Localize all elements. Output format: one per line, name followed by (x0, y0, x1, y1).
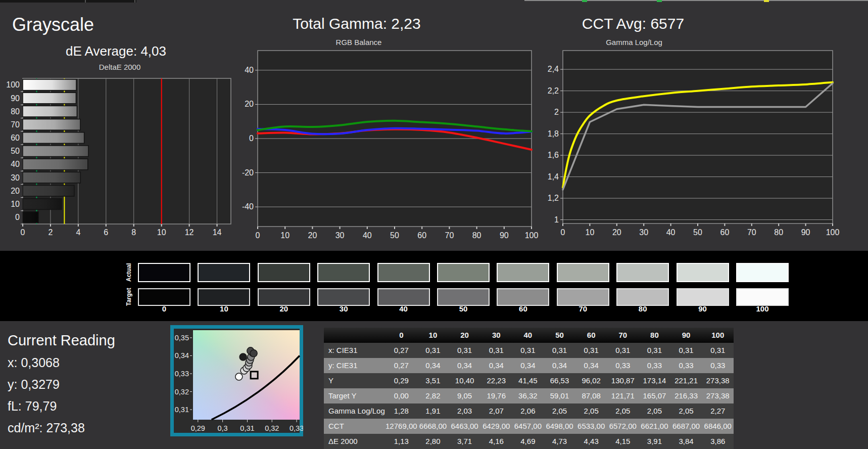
actual-swatch-100 (736, 263, 789, 282)
table-cell: 0,33 (639, 358, 670, 373)
table-cell: 1,13 (385, 434, 417, 449)
svg-text:20: 20 (308, 231, 317, 240)
actual-swatch-90 (677, 263, 729, 282)
swatch-level-label: 100 (736, 304, 789, 313)
svg-text:30: 30 (11, 173, 20, 182)
table-cell: 2,82 (417, 388, 449, 403)
table-cell: 0,34 (575, 358, 607, 373)
table-cell: 6687,00 (670, 419, 702, 434)
reading-cdm2: cd/m²: 273,38 (8, 417, 115, 439)
table-row-label: Gamma Log/Log (324, 403, 385, 419)
swatch-level-label: 10 (198, 304, 250, 313)
gamma-loglog-chart[interactable]: 2,42,221,81,61,41,2101020304050607080901… (536, 46, 868, 243)
table-cell: 3,71 (449, 434, 480, 449)
table-cell: 0,33 (702, 358, 734, 373)
svg-text:60: 60 (720, 228, 730, 237)
table-cell: 0,33 (670, 358, 702, 373)
table-cell: 165,07 (639, 388, 670, 403)
table-col-header: 80 (639, 328, 670, 343)
svg-text:0,33: 0,33 (175, 370, 189, 378)
target-swatch-100 (736, 288, 789, 306)
tab-separator (85, 0, 86, 3)
actual-swatch-60 (497, 263, 549, 282)
table-cell: 19,76 (480, 388, 512, 403)
table-cell: 0,34 (449, 358, 480, 373)
table-cell: 273,38 (702, 388, 734, 403)
reading-fL: fL: 79,79 (8, 395, 115, 417)
cie-chromaticity-chart[interactable]: 0,350,340,330,320,310,290,30,310,320,33 (170, 325, 303, 436)
table-cell: 6463,00 (449, 419, 480, 434)
target-swatch-30 (317, 288, 370, 306)
top-tabs-edge (0, 0, 136, 3)
progress-line (524, 0, 868, 1)
table-cell: 1,91 (417, 403, 449, 419)
svg-text:40: 40 (245, 66, 254, 74)
cct-avg-title: CCT Avg: 6577 (582, 15, 684, 32)
measurement-point (250, 350, 257, 357)
progress-mark (764, 0, 769, 2)
table-row-label: ΔE 2000 (324, 434, 385, 449)
table-cell: 0,31 (639, 343, 670, 358)
svg-text:40: 40 (11, 160, 20, 168)
svg-text:0,29: 0,29 (191, 424, 205, 432)
table-cell: 2,05 (575, 403, 607, 419)
svg-text:70: 70 (747, 228, 756, 237)
actual-swatch-30 (317, 263, 370, 282)
svg-text:50: 50 (11, 147, 20, 155)
table-cell: 2,27 (702, 403, 734, 419)
svg-text:100: 100 (826, 228, 840, 237)
table-row: Target Y0,002,829,0519,7636,3259,0187,08… (324, 388, 734, 403)
svg-text:90: 90 (500, 231, 509, 240)
svg-text:0,35: 0,35 (175, 334, 189, 342)
target-swatch-60 (497, 288, 549, 306)
table-row-label: x: CIE31 (324, 343, 385, 358)
target-swatch-50 (437, 288, 490, 306)
svg-text:2,4: 2,4 (548, 65, 559, 73)
actual-swatch-40 (377, 263, 430, 282)
table-cell: 6846,00 (702, 419, 734, 434)
svg-text:0: 0 (15, 213, 20, 221)
current-reading-panel: Current Reading x: 0,3068y: 0,3279fL: 79… (8, 329, 115, 439)
table-cell: 0,27 (385, 358, 417, 373)
table-cell: 130,87 (607, 373, 639, 388)
swatch-level-label: 90 (677, 304, 729, 313)
table-cell: 4,15 (607, 434, 639, 449)
table-cell: 2,03 (449, 403, 480, 419)
svg-text:0: 0 (21, 228, 25, 237)
table-cell: 3,86 (702, 434, 734, 449)
table-cell: 59,01 (544, 388, 575, 403)
table-cell: 36,32 (512, 388, 544, 403)
svg-text:2: 2 (48, 228, 53, 237)
target-swatch-70 (557, 288, 609, 306)
table-cell: 0,31 (512, 343, 544, 358)
measurement-point (239, 353, 247, 361)
plot-area (563, 51, 833, 223)
svg-text:40: 40 (666, 228, 676, 237)
table-cell: 3,51 (417, 373, 449, 388)
svg-text:50: 50 (390, 231, 399, 240)
svg-text:0,3: 0,3 (218, 424, 228, 432)
table-corner (324, 328, 385, 343)
table-cell: 4,73 (544, 434, 575, 449)
svg-text:1: 1 (554, 215, 559, 224)
svg-text:70: 70 (11, 120, 20, 129)
table-cell: 4,16 (480, 434, 512, 449)
swatch-level-label: 70 (557, 304, 609, 313)
reading-y: y: 0,3279 (8, 374, 115, 395)
table-row: Gamma Log/Log1,281,912,032,072,062,052,0… (324, 403, 734, 419)
svg-text:0,34: 0,34 (175, 351, 189, 360)
actual-row-label: Actual (125, 263, 132, 282)
svg-text:10: 10 (11, 200, 20, 208)
progress-mark (657, 0, 662, 2)
table-cell: 0,34 (417, 358, 449, 373)
deltae-2000-chart[interactable]: 100908070605040302010002468101214 (0, 61, 237, 238)
svg-text:0,32: 0,32 (265, 424, 279, 432)
table-cell: 121,71 (607, 388, 639, 403)
table-cell: 1,28 (385, 403, 417, 419)
table-cell: 2,80 (417, 434, 449, 449)
rgb-balance-chart[interactable]: 40200-20-400102030405060708090100 (232, 46, 546, 243)
svg-text:40: 40 (363, 231, 372, 240)
actual-swatch-10 (198, 263, 250, 282)
svg-text:0: 0 (256, 231, 260, 240)
svg-text:50: 50 (693, 228, 702, 237)
